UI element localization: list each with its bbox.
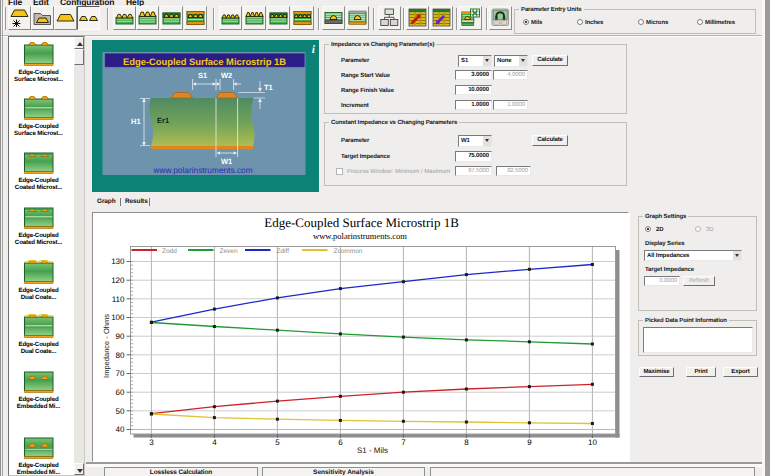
svg-text:Zodd: Zodd [162, 248, 177, 255]
svg-text:Er1: Er1 [157, 116, 169, 125]
svg-text:Zeven: Zeven [220, 248, 238, 255]
svg-text:10: 10 [588, 438, 597, 447]
svg-text:120: 120 [111, 276, 125, 285]
svg-text:60: 60 [116, 388, 125, 397]
svg-text:40: 40 [116, 425, 125, 434]
svg-text:7: 7 [401, 438, 406, 447]
svg-text:9: 9 [527, 438, 532, 447]
svg-text:S1 - Mils: S1 - Mils [357, 446, 388, 455]
svg-text:www.polarinstruments.com: www.polarinstruments.com [152, 165, 252, 175]
svg-text:110: 110 [112, 295, 125, 304]
svg-text:S1: S1 [198, 71, 207, 80]
svg-text:Edge-Coupled Surface Microstri: Edge-Coupled Surface Microstrip 1B [123, 56, 286, 67]
svg-text:90: 90 [116, 332, 125, 341]
svg-text:50: 50 [116, 407, 125, 416]
svg-text:100: 100 [111, 313, 125, 322]
svg-text:Zdiff: Zdiff [277, 248, 290, 255]
svg-text:8: 8 [464, 438, 469, 447]
svg-text:T1: T1 [264, 83, 273, 92]
svg-text:H1: H1 [131, 117, 141, 126]
svg-text:www.polarinstruments.com: www.polarinstruments.com [313, 231, 407, 241]
svg-text:Impedance - Ohms: Impedance - Ohms [102, 314, 111, 378]
svg-text:6: 6 [338, 438, 343, 447]
svg-text:5: 5 [275, 438, 280, 447]
svg-text:3: 3 [149, 438, 154, 447]
svg-text:Edge-Coupled Surface Microstri: Edge-Coupled Surface Microstrip 1B [264, 215, 459, 230]
svg-text:Zcommon: Zcommon [334, 248, 363, 255]
svg-text:W2: W2 [221, 71, 232, 80]
svg-text:80: 80 [116, 351, 125, 360]
svg-text:70: 70 [116, 369, 125, 378]
svg-text:4: 4 [212, 438, 217, 447]
svg-text:130: 130 [111, 257, 125, 266]
